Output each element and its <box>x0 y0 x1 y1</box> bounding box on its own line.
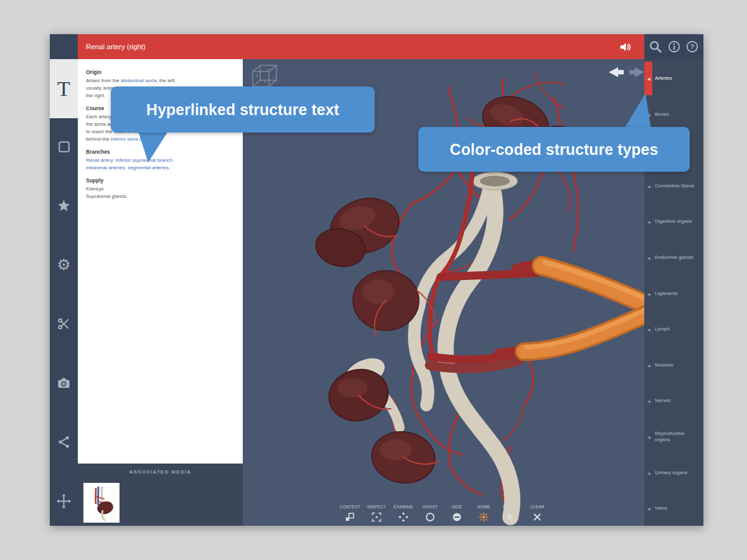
text-segment: , the left, <box>156 78 176 83</box>
pronounce-audio-button[interactable] <box>619 40 644 54</box>
sidebar-tool-structures[interactable] <box>50 133 78 161</box>
structure-type-label: Urinary organs <box>655 470 698 476</box>
structure-type-lymph[interactable]: ◀Lymph <box>644 312 703 347</box>
section-text-line: behind the inferior vena cava. <box>86 136 235 143</box>
structure-type-arteries[interactable]: ◀Arteries <box>644 61 703 96</box>
viewport-toolbar: CONTEXTINSPECTEXAMINEGHOSTHIDEHOMESINGLE… <box>337 505 551 523</box>
text-segment: the right. <box>86 93 105 98</box>
structure-type-muscles[interactable]: ◀Muscles <box>644 348 703 383</box>
section-text-line: Intrarenal arteries: segmental arteries. <box>86 164 235 172</box>
structure-hyperlink[interactable]: Intrarenal arteries: segmental arteries. <box>86 165 170 170</box>
search-button[interactable] <box>649 40 662 54</box>
toolbar-button-hide[interactable]: HIDE <box>444 505 471 523</box>
ghost-icon <box>417 511 444 523</box>
toolbar-button-ghost[interactable]: GHOST <box>417 505 444 523</box>
toolbar-button-label: EXAMINE <box>390 505 417 509</box>
structure-type-urinary-organs[interactable]: ◀Urinary organs <box>644 455 703 490</box>
toolbar-button-label: HOME <box>471 505 497 509</box>
help-button[interactable]: ? <box>685 40 699 54</box>
chevron-left-icon: ◀ <box>647 184 651 189</box>
structure-text-sections: OriginArises from the abdominal aorta, t… <box>78 59 243 206</box>
structure-type-digestive-organs[interactable]: ◀Digestive organs <box>644 204 703 239</box>
help-icon: ? <box>685 40 699 54</box>
structure-type-label: Ligaments <box>655 291 698 297</box>
back-arrow-icon[interactable] <box>609 67 624 77</box>
chevron-left-icon: ◀ <box>647 292 651 296</box>
info-icon <box>667 40 681 54</box>
chevron-left-icon: ◀ <box>647 113 651 117</box>
sidebar-tool-dissect[interactable] <box>50 310 78 338</box>
structure-type-reproductive-organs[interactable]: ◀Reproductive organs <box>644 419 703 454</box>
structure-hyperlink[interactable]: Renal artery: inferior suprarenal branch… <box>86 157 174 163</box>
chevron-left-icon: ◀ <box>647 435 651 439</box>
section-text-line: Renal artery: inferior suprarenal branch… <box>86 157 235 164</box>
structure-hyperlink[interactable]: inferior vena cava <box>111 136 150 142</box>
share-icon <box>57 435 71 449</box>
speaker-icon <box>619 40 632 54</box>
structure-type-label: Nerves <box>655 398 698 404</box>
inspect-icon <box>364 511 390 523</box>
callout-color-coded-structure-types: Color-coded structure types <box>418 127 690 172</box>
text-segment: . <box>150 136 151 142</box>
sidebar-tool-favorites[interactable] <box>50 192 78 220</box>
single-icon <box>497 511 524 523</box>
toolbar-button-label: HIDE <box>444 505 471 509</box>
structure-type-ligaments[interactable]: ◀Ligaments <box>644 276 703 311</box>
selected-structure-title: Renal artery (right) <box>78 43 619 50</box>
toolbar-button-label: CLEAR <box>524 505 551 509</box>
toolbar-button-home[interactable]: HOME <box>471 505 497 523</box>
text-segment: behind the <box>86 136 111 142</box>
title-bar: Renal artery (right) <box>78 34 644 59</box>
section-heading: Supply <box>86 177 235 184</box>
structure-type-endocrine-glands[interactable]: ◀Endocrine glands <box>644 240 703 275</box>
section-text-line: Kidneys. <box>86 185 235 193</box>
structure-type-label: Connective tissue <box>655 183 698 189</box>
associated-media-thumbnail[interactable] <box>83 483 120 523</box>
toolbar-button-examine[interactable]: EXAMINE <box>390 505 417 523</box>
toolbar-button-label: SINGLE <box>497 505 524 509</box>
tool-sidebar: T ⚙ <box>50 34 78 526</box>
move-arrows-icon <box>56 493 72 509</box>
structure-type-nerves[interactable]: ◀Nerves <box>644 383 703 418</box>
structure-type-label: Bones <box>655 111 698 118</box>
callout-hyperlinked-structure-text: Hyperlinked structure text <box>111 86 375 133</box>
chevron-left-icon: ◀ <box>647 399 651 403</box>
associated-media-header[interactable]: ASSOCIATED MEDIA <box>78 464 243 480</box>
chevron-left-icon: ◀ <box>647 506 651 511</box>
toolbar-button-clear[interactable]: CLEAR <box>524 505 551 523</box>
square-outline-icon <box>57 140 71 154</box>
toolbar-button-single[interactable]: SINGLE <box>497 505 524 523</box>
sidebar-tool-settings[interactable]: ⚙ <box>50 251 78 279</box>
callout-text: Color-coded structure types <box>450 141 659 159</box>
structure-type-connective-tissue[interactable]: ◀Connective tissue <box>644 169 703 203</box>
callout-text: Hyperlinked structure text <box>146 101 339 119</box>
section-heading: Branches <box>86 149 235 155</box>
structure-hyperlink[interactable]: abdominal aorta <box>121 78 156 83</box>
structure-type-label: Reproductive organs <box>655 431 698 444</box>
toolbar-button-context[interactable]: CONTEXT <box>337 505 364 523</box>
sidebar-tool-snapshot[interactable] <box>50 369 78 397</box>
text-segment: Suprarenal glands. <box>86 194 128 199</box>
toolbar-button-inspect[interactable]: INSPECT <box>364 505 390 523</box>
chevron-left-icon: ◀ <box>647 77 651 81</box>
svg-text:?: ? <box>690 43 694 50</box>
camera-icon <box>57 376 71 390</box>
vessel-lumen <box>480 176 510 187</box>
examine-icon <box>390 511 417 523</box>
info-button[interactable] <box>667 40 681 54</box>
clear-icon <box>524 511 551 523</box>
chevron-left-icon: ◀ <box>647 220 651 224</box>
associated-media-label: ASSOCIATED MEDIA <box>129 469 191 475</box>
sidebar-tool-move[interactable] <box>50 487 78 515</box>
toolbar-button-label: CONTEXT <box>337 505 364 509</box>
section-text-line: Suprarenal glands. <box>86 193 235 200</box>
sidebar-tool-share[interactable] <box>50 428 78 456</box>
associated-media-strip <box>78 480 243 526</box>
sidebar-tool-text[interactable]: T <box>50 59 78 118</box>
text-segment: Arises from the <box>86 78 121 83</box>
app-window: Renal artery (right) <box>50 34 703 526</box>
section-text-line: Arises from the abdominal aorta, the lef… <box>86 77 235 85</box>
star-icon <box>57 198 71 213</box>
forward-arrow-icon[interactable] <box>629 67 644 77</box>
structure-type-veins[interactable]: ◀Veins <box>644 491 703 526</box>
